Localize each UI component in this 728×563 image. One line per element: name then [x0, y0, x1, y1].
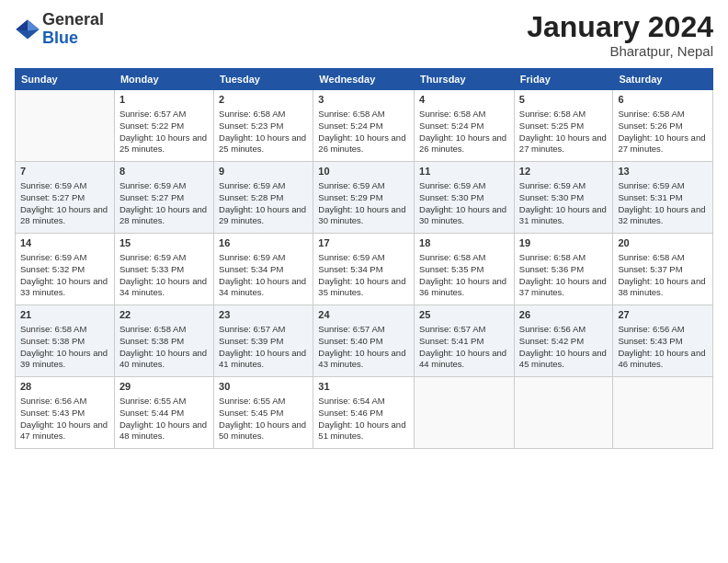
daylight-text: Daylight: 10 hours and 35 minutes.: [318, 276, 405, 298]
logo-general: General: [42, 11, 104, 29]
day-cell: 26Sunrise: 6:56 AMSunset: 5:42 PMDayligh…: [514, 305, 613, 377]
col-tuesday: Tuesday: [214, 69, 313, 90]
daylight-text: Daylight: 10 hours and 26 minutes.: [318, 132, 405, 155]
daylight-text: Daylight: 10 hours and 43 minutes.: [318, 348, 405, 370]
day-cell: 10Sunrise: 6:59 AMSunset: 5:29 PMDayligh…: [313, 162, 415, 234]
sunrise-text: Sunrise: 6:56 AM: [519, 324, 586, 334]
sunset-text: Sunset: 5:26 PM: [618, 121, 682, 131]
day-number: 10: [318, 165, 409, 178]
sunset-text: Sunset: 5:43 PM: [20, 408, 85, 418]
day-cell: 1Sunrise: 6:57 AMSunset: 5:22 PMDaylight…: [114, 90, 213, 162]
daylight-text: Daylight: 10 hours and 27 minutes.: [618, 132, 705, 155]
sunset-text: Sunset: 5:34 PM: [219, 264, 283, 274]
sunset-text: Sunset: 5:34 PM: [318, 264, 382, 274]
logo: General Blue: [15, 11, 104, 48]
daylight-text: Daylight: 10 hours and 40 minutes.: [119, 348, 207, 370]
header: General Blue January 2024 Bharatpur, Nep…: [15, 11, 713, 59]
sunrise-text: Sunrise: 6:58 AM: [618, 252, 684, 262]
sunset-text: Sunset: 5:32 PM: [20, 264, 85, 274]
day-number: 31: [318, 380, 409, 394]
sunrise-text: Sunrise: 6:59 AM: [219, 252, 285, 262]
day-number: 11: [419, 165, 509, 178]
day-number: 24: [318, 308, 409, 322]
sunrise-text: Sunrise: 6:59 AM: [318, 252, 384, 262]
sunrise-text: Sunrise: 6:57 AM: [219, 324, 285, 334]
sunrise-text: Sunrise: 6:58 AM: [119, 324, 186, 334]
day-number: 15: [119, 236, 209, 250]
daylight-text: Daylight: 10 hours and 28 minutes.: [119, 204, 207, 226]
day-cell: 14Sunrise: 6:59 AMSunset: 5:32 PMDayligh…: [16, 234, 115, 305]
logo-text: General Blue: [42, 11, 104, 48]
sunset-text: Sunset: 5:42 PM: [519, 336, 584, 346]
sunset-text: Sunset: 5:25 PM: [519, 121, 584, 131]
week-row-0: 1Sunrise: 6:57 AMSunset: 5:22 PMDaylight…: [16, 90, 713, 162]
calendar-table: Sunday Monday Tuesday Wednesday Thursday…: [15, 68, 713, 449]
day-cell: 22Sunrise: 6:58 AMSunset: 5:38 PMDayligh…: [114, 305, 213, 377]
location-subtitle: Bharatpur, Nepal: [527, 43, 713, 59]
daylight-text: Daylight: 10 hours and 33 minutes.: [20, 276, 108, 298]
day-cell: 12Sunrise: 6:59 AMSunset: 5:30 PMDayligh…: [514, 162, 613, 234]
sunset-text: Sunset: 5:23 PM: [219, 121, 283, 131]
day-cell: 30Sunrise: 6:55 AMSunset: 5:45 PMDayligh…: [214, 377, 313, 449]
sunrise-text: Sunrise: 6:58 AM: [419, 252, 485, 262]
day-cell: 18Sunrise: 6:58 AMSunset: 5:35 PMDayligh…: [415, 234, 515, 305]
day-number: 2: [219, 93, 308, 107]
sunset-text: Sunset: 5:30 PM: [519, 192, 584, 202]
day-number: 27: [618, 308, 708, 322]
day-number: 21: [20, 308, 109, 322]
daylight-text: Daylight: 10 hours and 44 minutes.: [419, 348, 506, 370]
week-row-4: 28Sunrise: 6:56 AMSunset: 5:43 PMDayligh…: [16, 377, 713, 449]
day-cell: 13Sunrise: 6:59 AMSunset: 5:31 PMDayligh…: [613, 162, 713, 234]
day-number: 30: [219, 380, 308, 394]
logo-icon: [15, 17, 40, 42]
daylight-text: Daylight: 10 hours and 38 minutes.: [618, 276, 705, 298]
sunrise-text: Sunrise: 6:57 AM: [419, 324, 485, 334]
day-number: 16: [219, 236, 308, 250]
daylight-text: Daylight: 10 hours and 36 minutes.: [419, 276, 506, 298]
sunset-text: Sunset: 5:36 PM: [519, 264, 584, 274]
sunset-text: Sunset: 5:38 PM: [20, 336, 85, 346]
day-cell: 6Sunrise: 6:58 AMSunset: 5:26 PMDaylight…: [613, 90, 713, 162]
col-wednesday: Wednesday: [313, 69, 415, 90]
day-number: 1: [119, 93, 209, 107]
day-number: 20: [618, 236, 708, 250]
sunrise-text: Sunrise: 6:59 AM: [318, 180, 384, 190]
sunrise-text: Sunrise: 6:59 AM: [219, 180, 285, 190]
sunset-text: Sunset: 5:43 PM: [618, 336, 682, 346]
sunset-text: Sunset: 5:33 PM: [119, 264, 184, 274]
day-cell: [514, 377, 613, 449]
sunset-text: Sunset: 5:22 PM: [119, 121, 184, 131]
day-number: 3: [318, 93, 409, 107]
day-number: 22: [119, 308, 209, 322]
day-number: 12: [519, 165, 609, 178]
daylight-text: Daylight: 10 hours and 46 minutes.: [618, 348, 705, 370]
day-number: 23: [219, 308, 308, 322]
page: General Blue January 2024 Bharatpur, Nep…: [0, 0, 728, 563]
daylight-text: Daylight: 10 hours and 26 minutes.: [419, 132, 506, 155]
sunrise-text: Sunrise: 6:59 AM: [519, 180, 586, 190]
day-number: 28: [20, 380, 109, 394]
title-block: January 2024 Bharatpur, Nepal: [527, 11, 713, 59]
daylight-text: Daylight: 10 hours and 28 minutes.: [20, 204, 108, 226]
sunset-text: Sunset: 5:35 PM: [419, 264, 483, 274]
calendar-body: 1Sunrise: 6:57 AMSunset: 5:22 PMDaylight…: [16, 90, 713, 449]
day-cell: 15Sunrise: 6:59 AMSunset: 5:33 PMDayligh…: [114, 234, 213, 305]
day-cell: 31Sunrise: 6:54 AMSunset: 5:46 PMDayligh…: [313, 377, 415, 449]
day-number: 26: [519, 308, 609, 322]
sunrise-text: Sunrise: 6:58 AM: [618, 109, 684, 119]
day-cell: 19Sunrise: 6:58 AMSunset: 5:36 PMDayligh…: [514, 234, 613, 305]
daylight-text: Daylight: 10 hours and 30 minutes.: [419, 204, 506, 226]
sunset-text: Sunset: 5:27 PM: [20, 192, 85, 202]
sunrise-text: Sunrise: 6:58 AM: [419, 109, 485, 119]
sunrise-text: Sunrise: 6:58 AM: [20, 324, 86, 334]
day-cell: 8Sunrise: 6:59 AMSunset: 5:27 PMDaylight…: [114, 162, 213, 234]
sunrise-text: Sunrise: 6:59 AM: [419, 180, 485, 190]
daylight-text: Daylight: 10 hours and 34 minutes.: [119, 276, 207, 298]
daylight-text: Daylight: 10 hours and 47 minutes.: [20, 419, 108, 442]
daylight-text: Daylight: 10 hours and 48 minutes.: [119, 419, 207, 442]
month-title: January 2024: [527, 11, 713, 43]
day-number: 9: [219, 165, 308, 178]
sunrise-text: Sunrise: 6:59 AM: [618, 180, 684, 190]
sunrise-text: Sunrise: 6:55 AM: [119, 396, 186, 406]
day-cell: 21Sunrise: 6:58 AMSunset: 5:38 PMDayligh…: [16, 305, 115, 377]
